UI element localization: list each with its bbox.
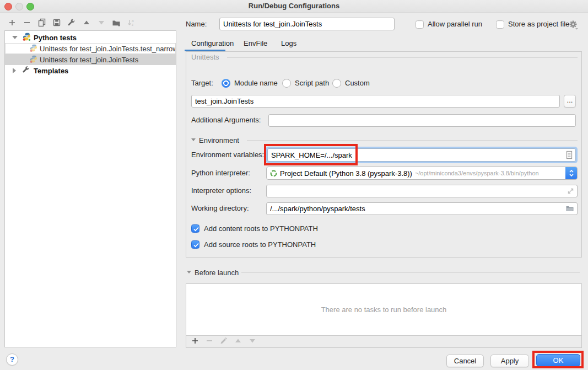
copy-icon[interactable]: [37, 18, 46, 27]
title-bar: Run/Debug Configurations: [0, 0, 588, 13]
edit-icon[interactable]: [219, 336, 228, 345]
conda-env-icon: [270, 170, 277, 177]
sort-az-icon[interactable]: az: [127, 18, 136, 27]
remove-icon[interactable]: [205, 336, 214, 345]
python-interpreter-value: Project Default (Python 3.8 (pyspark-3.8…: [280, 169, 412, 178]
target-label: Target:: [191, 77, 213, 89]
browse-button[interactable]: ...: [564, 95, 576, 108]
python-interpreter-label: Python interpreter:: [191, 167, 250, 179]
tree-item-label: Unittests for test_join.JoinTests.test_n…: [40, 45, 176, 53]
new-folder-icon[interactable]: [112, 18, 121, 27]
collapse-environment-icon[interactable]: [191, 138, 196, 141]
radio-script-path-label[interactable]: Script path: [295, 77, 329, 89]
expand-field-icon[interactable]: [567, 187, 575, 197]
before-launch-empty-text: There are no tasks to run before launch: [321, 305, 447, 314]
radio-script-path[interactable]: [282, 79, 291, 88]
radio-module-name[interactable]: [222, 79, 230, 88]
store-as-project-file-checkbox[interactable]: [496, 20, 504, 29]
remove-icon[interactable]: [23, 18, 31, 27]
section-divider: [247, 140, 578, 141]
unittests-section-title: Unittests: [191, 53, 219, 61]
tab-configuration[interactable]: Configuration: [191, 37, 234, 50]
env-vars-list-icon[interactable]: [565, 151, 573, 161]
before-launch-toolbar: [191, 336, 257, 346]
section-divider: [227, 57, 578, 58]
allow-parallel-run-checkbox[interactable]: [416, 20, 424, 29]
name-input[interactable]: [219, 18, 395, 30]
configurations-tree: Python tests Unittests for test_join.Joi…: [4, 30, 176, 347]
svg-text:a: a: [132, 19, 134, 23]
svg-text:z: z: [132, 23, 133, 26]
tree-item-python-tests[interactable]: Python tests: [5, 32, 176, 43]
python-test-run-icon: [30, 44, 37, 53]
add-content-roots-label[interactable]: Add content roots to PYTHONPATH: [204, 223, 318, 235]
chevron-right-icon[interactable]: [13, 68, 16, 73]
collapse-before-launch-icon[interactable]: [187, 271, 191, 274]
target-input[interactable]: [191, 95, 560, 108]
tree-item-unittests-test-narrow[interactable]: Unittests for test_join.JoinTests.test_n…: [5, 43, 176, 54]
environment-section-title: Environment: [199, 135, 239, 147]
radio-custom[interactable]: [332, 79, 341, 88]
python-interpreter-select[interactable]: Project Default (Python 3.8 (pyspark-3.8…: [266, 167, 578, 180]
move-down-icon[interactable]: [97, 18, 106, 27]
radio-custom-label[interactable]: Custom: [345, 77, 370, 89]
edit-defaults-icon[interactable]: [67, 18, 76, 27]
working-directory-label: Working directory:: [191, 202, 249, 215]
configurations-toolbar: az: [8, 17, 136, 28]
environment-variables-label: Environment variables:: [191, 149, 264, 161]
run-debug-configurations-dialog: Run/Debug Configurations az Python tests…: [0, 0, 588, 370]
combo-stepper-icon[interactable]: [565, 167, 577, 179]
save-icon[interactable]: [52, 18, 61, 27]
python-tests-icon: [23, 33, 31, 42]
move-down-icon[interactable]: [248, 336, 257, 345]
environment-variables-input[interactable]: [267, 148, 576, 162]
before-launch-panel: There are no tasks to run before launch: [186, 283, 582, 348]
add-source-roots-checkbox[interactable]: [191, 240, 199, 249]
folder-icon[interactable]: [565, 205, 574, 214]
move-up-icon[interactable]: [82, 18, 91, 27]
tab-envfile[interactable]: EnvFile: [244, 37, 267, 50]
additional-arguments-label: Additional Arguments:: [191, 114, 261, 126]
working-directory-input[interactable]: [266, 202, 578, 215]
tree-item-label: Unittests for test_join.JoinTests: [40, 56, 138, 64]
ok-button[interactable]: OK: [536, 354, 580, 367]
wrench-icon: [22, 66, 30, 76]
python-interpreter-path: ~/opt/miniconda3/envs/pyspark-3.8/bin/py…: [415, 170, 539, 176]
window-title: Run/Debug Configurations: [0, 0, 588, 12]
add-icon[interactable]: [191, 336, 199, 345]
move-up-icon[interactable]: [234, 336, 242, 345]
tree-item-label: Templates: [34, 67, 68, 75]
add-icon[interactable]: [8, 18, 17, 27]
tree-item-unittests-jointests-selected[interactable]: Unittests for test_join.JoinTests: [5, 54, 176, 65]
tree-item-label: Python tests: [34, 34, 77, 42]
interpreter-options-input[interactable]: [266, 185, 578, 197]
cancel-button[interactable]: Cancel: [446, 355, 484, 367]
additional-arguments-input[interactable]: [268, 114, 576, 127]
before-launch-task-list: There are no tasks to run before launch: [186, 284, 581, 336]
allow-parallel-run-label: Allow parallel run: [428, 18, 482, 30]
help-button[interactable]: ?: [6, 353, 18, 366]
gear-icon[interactable]: [569, 20, 579, 31]
radio-module-name-label[interactable]: Module name: [234, 77, 278, 89]
name-label: Name:: [186, 18, 207, 30]
interpreter-options-label: Interpreter options:: [191, 185, 251, 197]
tree-item-templates[interactable]: Templates: [5, 65, 176, 76]
add-source-roots-label[interactable]: Add source roots to PYTHONPATH: [204, 239, 316, 251]
section-divider: [241, 272, 580, 273]
python-test-run-icon: [30, 55, 37, 65]
before-launch-section-title: Before launch: [195, 267, 239, 279]
store-as-project-file-label: Store as project file: [508, 18, 569, 30]
tab-logs[interactable]: Logs: [281, 37, 296, 50]
chevron-down-icon[interactable]: [12, 36, 18, 39]
apply-button[interactable]: Apply: [490, 355, 529, 367]
add-content-roots-checkbox[interactable]: [191, 224, 199, 233]
